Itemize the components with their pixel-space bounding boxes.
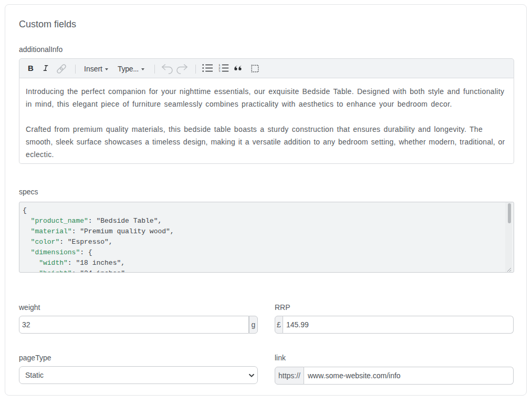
svg-text:3: 3 — [218, 70, 220, 72]
